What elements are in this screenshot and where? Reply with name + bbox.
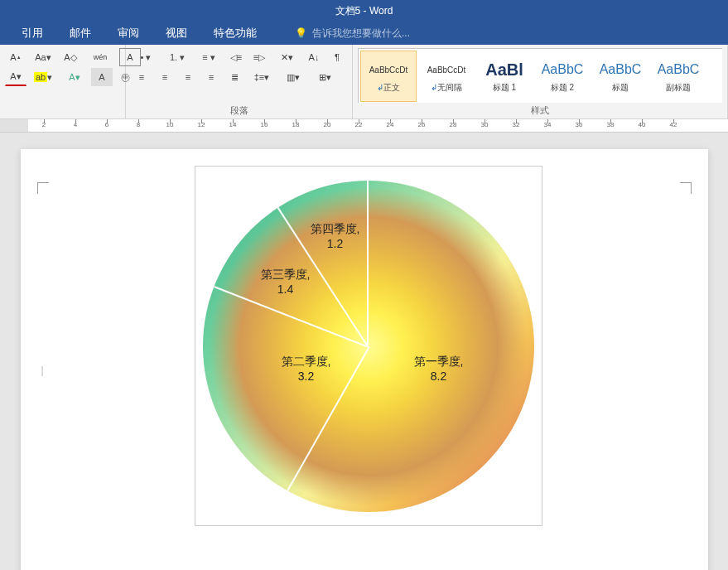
ruler-tick: 34 <box>532 121 563 128</box>
tell-me-search[interactable]: 💡 告诉我您想要做什么... <box>270 27 410 41</box>
style-arrow-icon: ↲ <box>377 83 383 92</box>
style-preview: AaBbC <box>542 59 584 80</box>
style-normal[interactable]: AaBbCcDt ↲正文 <box>360 51 417 102</box>
horizontal-ruler[interactable]: 24681012141618202224262830323436384042 <box>0 119 728 133</box>
increase-indent-button[interactable]: ≡▷ <box>248 48 270 66</box>
ruler-tick: 2 <box>28 121 60 128</box>
tab-references[interactable]: 引用 <box>8 22 56 45</box>
margin-corner-icon <box>680 182 692 194</box>
tell-me-placeholder: 告诉我您想要做什么... <box>312 27 410 41</box>
cursor-icon: | <box>41 365 44 376</box>
tab-view[interactable]: 视图 <box>152 22 200 45</box>
style-preview: AaBbCcDt <box>427 59 466 80</box>
ruler-tick: 24 <box>374 121 406 128</box>
style-title[interactable]: AaBbC 标题 <box>592 51 648 102</box>
style-name-label: 副标题 <box>666 82 691 94</box>
ruler-tick: 20 <box>311 121 343 128</box>
ruler-tick: 28 <box>437 121 469 128</box>
show-marks-button[interactable]: ¶ <box>326 48 348 66</box>
style-preview: AaBbC <box>600 59 642 80</box>
pie-data-label: 第二季度,3.2 <box>282 355 331 383</box>
ruler-tick: 12 <box>186 121 217 128</box>
style-heading2[interactable]: AaBbC 标题 2 <box>534 51 591 102</box>
grow-font-button[interactable]: A▲ <box>5 48 27 66</box>
style-name-label: 标题 <box>612 82 629 94</box>
ruler-tick: 6 <box>91 121 123 128</box>
style-preview: AaBbCcDt <box>369 59 408 80</box>
style-subtitle[interactable]: AaBbC 副标题 <box>650 51 706 102</box>
align-left-button[interactable]: ≡ <box>131 68 152 86</box>
margin-corner-icon <box>37 182 49 194</box>
style-preview: AaBbC <box>658 59 700 80</box>
style-unknown[interactable]: Aa 不明 <box>708 51 722 102</box>
font-group-label <box>5 115 120 118</box>
ruler-tick: 36 <box>563 121 595 128</box>
ruler-tick: 10 <box>154 121 186 128</box>
ruler-tick: 18 <box>280 121 311 128</box>
document-area[interactable]: | 第一季度,8.2第二季度,3.2第三季度,1.4第四季度,1.2 <box>0 133 728 570</box>
styles-gallery[interactable]: AaBbCcDt ↲正文 AaBbCcDt ↲无间隔 AaBl 标题 1 AaB… <box>358 48 722 103</box>
phonetic-guide-button[interactable]: wén <box>83 48 118 66</box>
style-preview: AaBl <box>485 59 523 80</box>
style-name-label: 标题 2 <box>551 82 574 94</box>
paragraph-group-label: 段落 <box>131 103 347 118</box>
ribbon: A▲ Aa▾ A◇ wén A A▾ ab▾ A▾ A ㊥ <box>0 45 728 119</box>
numbering-button[interactable]: 1. ▾ <box>162 48 192 66</box>
pie-data-label: 第三季度,1.4 <box>261 268 311 296</box>
ruler-tick: 30 <box>469 121 500 128</box>
borders-button[interactable]: ⊞▾ <box>310 68 340 86</box>
style-name-label: 无间隔 <box>437 83 462 92</box>
ruler-ticks: 24681012141618202224262830323436384042 <box>28 121 689 128</box>
title-bar: 文档5 - Word <box>0 0 728 22</box>
align-right-button[interactable]: ≡ <box>177 68 199 86</box>
ruler-tick: 14 <box>217 121 248 128</box>
tab-review[interactable]: 审阅 <box>104 22 152 45</box>
line-spacing-button[interactable]: ‡≡▾ <box>247 68 277 86</box>
ruler-tick: 8 <box>123 121 154 128</box>
ribbon-group-paragraph: • ▾ 1. ▾ ≡ ▾ ◁≡ ≡▷ ✕▾ A↓ ¶ ≡ ≡ ≡ ≡ ≣ ‡≡▾… <box>126 45 353 118</box>
multilevel-list-button[interactable]: ≡ ▾ <box>194 48 224 66</box>
lightbulb-icon: 💡 <box>295 27 307 39</box>
ruler-tick: 40 <box>626 121 658 128</box>
distribute-button[interactable]: ≣ <box>224 68 245 86</box>
shading-button[interactable]: ▥▾ <box>278 68 308 86</box>
justify-button[interactable]: ≡ <box>200 68 222 86</box>
ribbon-group-font: A▲ Aa▾ A◇ wén A A▾ ab▾ A▾ A ㊥ <box>0 45 126 118</box>
style-heading1[interactable]: AaBl 标题 1 <box>476 51 533 102</box>
pie-chart-body: 第一季度,8.2第二季度,3.2第三季度,1.4第四季度,1.2 <box>203 181 534 512</box>
sort-button[interactable]: A↓ <box>303 48 325 66</box>
style-no-spacing[interactable]: AaBbCcDt ↲无间隔 <box>418 51 475 102</box>
clear-formatting-button[interactable]: A◇ <box>60 48 81 66</box>
pie-data-label: 第一季度,8.2 <box>414 355 464 383</box>
asian-layout-button[interactable]: ✕▾ <box>272 48 301 66</box>
ruler-tick: 26 <box>406 121 437 128</box>
ruler-margin-left <box>0 119 28 133</box>
pie-chart[interactable]: 第一季度,8.2第二季度,3.2第三季度,1.4第四季度,1.2 <box>195 166 542 526</box>
decrease-indent-button[interactable]: ◁≡ <box>225 48 247 66</box>
page[interactable]: | 第一季度,8.2第二季度,3.2第三季度,1.4第四季度,1.2 <box>21 149 708 570</box>
pie-data-label: 第四季度,1.2 <box>311 222 360 250</box>
highlight-button[interactable]: ab▾ <box>28 68 58 86</box>
style-name-label: 标题 1 <box>493 82 516 94</box>
ruler-tick: 38 <box>595 121 626 128</box>
character-shading-button[interactable]: A <box>91 68 113 86</box>
style-name-label: 正文 <box>383 83 400 92</box>
tab-special[interactable]: 特色功能 <box>200 22 270 45</box>
window-title: 文档5 - Word <box>335 4 393 18</box>
ruler-tick: 16 <box>248 121 280 128</box>
text-effects-button[interactable]: A▾ <box>60 68 89 86</box>
ribbon-group-styles: AaBbCcDt ↲正文 AaBbCcDt ↲无间隔 AaBl 标题 1 AaB… <box>353 45 728 118</box>
styles-group-label: 样式 <box>358 103 722 118</box>
align-center-button[interactable]: ≡ <box>154 68 176 86</box>
ribbon-tabs: 引用 邮件 审阅 视图 特色功能 💡 告诉我您想要做什么... <box>0 22 728 45</box>
ruler-tick: 22 <box>343 121 374 128</box>
ruler-tick: 4 <box>60 121 91 128</box>
style-arrow-icon: ↲ <box>431 83 437 92</box>
pie-separator <box>367 181 369 346</box>
bullets-button[interactable]: • ▾ <box>131 48 161 66</box>
ruler-tick: 32 <box>500 121 532 128</box>
font-color-button[interactable]: A▾ <box>5 68 27 86</box>
change-case-button[interactable]: Aa▾ <box>28 48 58 66</box>
ruler-tick: 42 <box>658 121 689 128</box>
tab-mailings[interactable]: 邮件 <box>56 22 104 45</box>
